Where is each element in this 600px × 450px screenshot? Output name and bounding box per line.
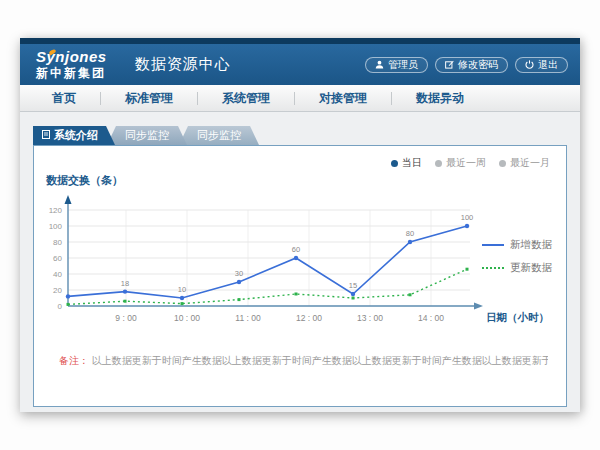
- main-nav: 首页 标准管理 系统管理 对接管理 数据异动: [20, 85, 580, 112]
- footnote-label: 备注：: [59, 355, 89, 366]
- blue-line-swatch: [482, 244, 504, 246]
- svg-text:10 : 00: 10 : 00: [174, 313, 200, 323]
- power-icon: [525, 60, 534, 69]
- svg-text:18: 18: [121, 279, 129, 288]
- svg-text:80: 80: [406, 229, 414, 238]
- user-icon: [375, 60, 384, 69]
- radio-dot: [435, 160, 442, 167]
- footnote-text: 以上数据更新于时间产生数据以上数据更新于时间产生数据以上数据更新于时间产生数据以…: [92, 355, 548, 366]
- page-title: 数据资源中心: [135, 55, 231, 74]
- svg-text:14 : 00: 14 : 00: [418, 313, 444, 323]
- footnote: 备注： 以上数据更新于时间产生数据以上数据更新于时间产生数据以上数据更新于时间产…: [59, 354, 548, 368]
- edit-icon: [445, 60, 454, 69]
- radio-dot: [499, 160, 506, 167]
- legend-item-new-data[interactable]: 新增数据: [482, 238, 552, 252]
- brand-text: Synjones: [36, 49, 107, 65]
- svg-text:60: 60: [292, 245, 300, 254]
- radio-dot-selected: [391, 160, 398, 167]
- svg-text:100: 100: [49, 222, 63, 231]
- nav-item-standard-mgmt[interactable]: 标准管理: [101, 90, 197, 107]
- svg-text:10: 10: [178, 285, 186, 294]
- svg-text:120: 120: [49, 206, 63, 215]
- time-filter-last-month[interactable]: 最近一月: [499, 156, 550, 170]
- brand-logo: Synjones 新中新集团: [36, 49, 107, 79]
- tab-sync-monitor-1[interactable]: 同步监控: [107, 126, 187, 145]
- svg-text:11 : 00: 11 : 00: [235, 313, 261, 323]
- time-filter-group: 当日 最近一周 最近一月: [391, 156, 550, 170]
- svg-text:12 : 00: 12 : 00: [296, 313, 322, 323]
- svg-text:13 : 00: 13 : 00: [357, 313, 383, 323]
- time-filter-last-week[interactable]: 最近一周: [435, 156, 486, 170]
- series-legend: 新增数据 更新数据: [482, 238, 552, 275]
- company-text: 新中新集团: [36, 67, 107, 80]
- change-password-button[interactable]: 修改密码: [435, 57, 508, 73]
- admin-user-button[interactable]: 管理员: [365, 57, 428, 73]
- app-window: Synjones 新中新集团 数据资源中心 管理员 修改密码 退出 首页 标准管…: [20, 38, 580, 412]
- document-icon: [42, 126, 50, 145]
- logout-button[interactable]: 退出: [515, 57, 568, 73]
- time-filter-today[interactable]: 当日: [391, 156, 422, 170]
- chart-panel: 当日 最近一周 最近一月 数据交换（条） 9 : 0010 : 0011 : 0…: [33, 145, 567, 407]
- tab-system-intro[interactable]: 系统介绍: [33, 126, 115, 145]
- svg-text:30: 30: [235, 269, 243, 278]
- svg-text:日期（小时）: 日期（小时）: [486, 311, 549, 324]
- header-actions: 管理员 修改密码 退出: [365, 57, 568, 73]
- nav-item-data-change[interactable]: 数据异动: [392, 90, 488, 107]
- green-dotted-swatch: [482, 267, 504, 269]
- svg-text:80: 80: [53, 238, 62, 247]
- content-area: 系统介绍 同步监控 同步监控 当日 最近一周 最近一月 数据交换: [20, 112, 580, 412]
- svg-text:40: 40: [53, 270, 62, 279]
- nav-item-interface-mgmt[interactable]: 对接管理: [295, 90, 391, 107]
- header: Synjones 新中新集团 数据资源中心 管理员 修改密码 退出: [20, 44, 580, 85]
- legend-item-updated-data[interactable]: 更新数据: [482, 261, 552, 275]
- nav-item-home[interactable]: 首页: [28, 90, 100, 107]
- tab-sync-monitor-2[interactable]: 同步监控: [179, 126, 259, 145]
- svg-text:60: 60: [53, 254, 62, 263]
- svg-text:9 : 00: 9 : 00: [115, 313, 137, 323]
- tab-bar: 系统介绍 同步监控 同步监控: [33, 126, 259, 145]
- svg-text:100: 100: [461, 213, 474, 222]
- svg-text:0: 0: [58, 302, 63, 311]
- svg-text:15: 15: [349, 281, 357, 290]
- svg-text:20: 20: [53, 286, 62, 295]
- nav-item-system-mgmt[interactable]: 系统管理: [198, 90, 294, 107]
